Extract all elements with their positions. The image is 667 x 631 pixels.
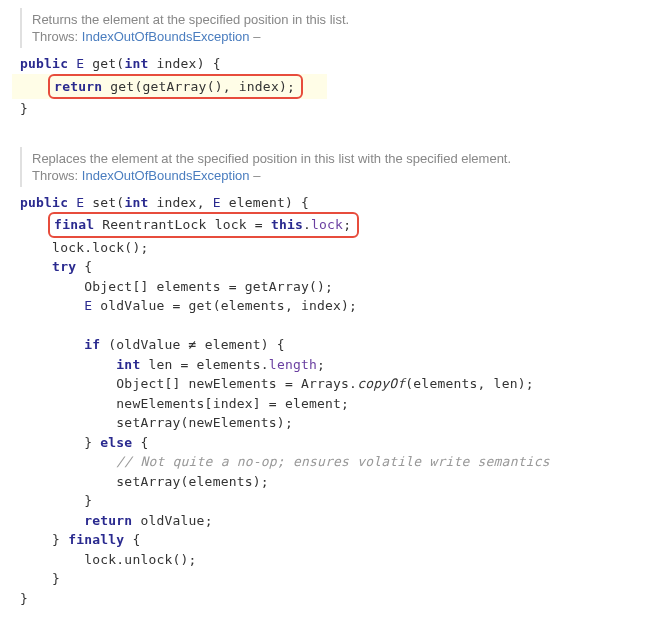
javadoc-desc: Returns the element at the specified pos… bbox=[32, 12, 647, 27]
field-length: length bbox=[269, 357, 317, 372]
throws-label: Throws: bbox=[32, 168, 78, 183]
line5-rest: oldValue = get(elements, index); bbox=[92, 298, 357, 313]
var-lock: lock bbox=[215, 217, 247, 232]
type-object-arr: Object[] bbox=[116, 376, 180, 391]
kw-final: final bbox=[54, 217, 94, 232]
ret-type: E bbox=[76, 195, 84, 210]
ret-type: E bbox=[76, 56, 84, 71]
brace: { bbox=[132, 435, 148, 450]
param-type: int bbox=[124, 56, 148, 71]
code-set-method: public E set(int index, E element) { fin… bbox=[20, 193, 647, 609]
brace-close: } bbox=[20, 101, 28, 116]
close: ); bbox=[279, 79, 295, 94]
param2-type: E bbox=[213, 195, 221, 210]
comment-noop: // Not quite a no-op; ensures volatile w… bbox=[116, 454, 549, 469]
kw-public: public bbox=[20, 195, 68, 210]
param1-type: int bbox=[124, 195, 148, 210]
setarray-new: setArray(newElements); bbox=[116, 415, 293, 430]
javadoc-throws: Throws: IndexOutOfBoundsException – bbox=[32, 168, 647, 183]
param1-name: index bbox=[157, 195, 197, 210]
return-oldvalue: oldValue; bbox=[132, 513, 212, 528]
brace-close: } bbox=[84, 493, 92, 508]
param-name: index bbox=[157, 56, 197, 71]
copyof-args: (elements, len); bbox=[405, 376, 533, 391]
method-name: set bbox=[92, 195, 116, 210]
semi: ; bbox=[343, 217, 351, 232]
paren-close: ) bbox=[285, 195, 293, 210]
brace-open: { bbox=[301, 195, 309, 210]
javadoc-set: Replaces the element at the specified po… bbox=[20, 147, 647, 187]
code-get-method: public E get(int index) { return get(get… bbox=[20, 54, 647, 119]
kw-else: else bbox=[100, 435, 132, 450]
line4-rest: elements = getArray(); bbox=[148, 279, 333, 294]
type-reentrantlock: ReentrantLock bbox=[102, 217, 206, 232]
kw-return: return bbox=[84, 513, 132, 528]
if-cond: (oldValue ≠ element) { bbox=[100, 337, 285, 352]
highlight-box: return get(getArray(), index); bbox=[48, 74, 303, 100]
throws-dash: – bbox=[253, 168, 260, 183]
javadoc-get: Returns the element at the specified pos… bbox=[20, 8, 647, 48]
highlight-box: final ReentrantLock lock = this.lock; bbox=[48, 212, 359, 238]
brace: { bbox=[76, 259, 92, 274]
len-assign: len = elements. bbox=[140, 357, 268, 372]
kw-this: this bbox=[271, 217, 303, 232]
kw-if: if bbox=[84, 337, 100, 352]
setarray-elements: setArray(elements); bbox=[116, 474, 269, 489]
call-getarray: getArray bbox=[142, 79, 206, 94]
throws-link[interactable]: IndexOutOfBoundsException bbox=[82, 29, 250, 44]
lock-lock: lock.lock(); bbox=[52, 240, 148, 255]
newel-assign: newElements = Arrays. bbox=[181, 376, 358, 391]
brace-close: } bbox=[52, 571, 60, 586]
kw-try: try bbox=[52, 259, 76, 274]
param2-name: element bbox=[229, 195, 285, 210]
kw-return: return bbox=[54, 79, 102, 94]
paren-empty: () bbox=[207, 79, 223, 94]
brace-open: { bbox=[213, 56, 221, 71]
method-name: get bbox=[92, 56, 116, 71]
semi: ; bbox=[317, 357, 325, 372]
brace-close: } bbox=[20, 591, 28, 606]
brace: { bbox=[124, 532, 140, 547]
throws-link[interactable]: IndexOutOfBoundsException bbox=[82, 168, 250, 183]
comma: , bbox=[197, 195, 213, 210]
call-get: get bbox=[110, 79, 134, 94]
throws-label: Throws: bbox=[32, 29, 78, 44]
paren-close: ) bbox=[197, 56, 205, 71]
comma: , bbox=[223, 79, 239, 94]
brace-close: } bbox=[84, 435, 100, 450]
kw-int: int bbox=[116, 357, 140, 372]
throws-dash: – bbox=[253, 29, 260, 44]
arg-index: index bbox=[239, 79, 279, 94]
dot: . bbox=[303, 217, 311, 232]
type-object-arr: Object[] bbox=[84, 279, 148, 294]
brace-close: } bbox=[52, 532, 68, 547]
highlighted-line: return get(getArray(), index); bbox=[12, 74, 327, 100]
field-lock: lock bbox=[311, 217, 343, 232]
kw-finally: finally bbox=[68, 532, 124, 547]
assign-element: newElements[index] = element; bbox=[116, 396, 349, 411]
javadoc-desc: Replaces the element at the specified po… bbox=[32, 151, 647, 166]
eq: = bbox=[247, 217, 271, 232]
lock-unlock: lock.unlock(); bbox=[84, 552, 196, 567]
javadoc-throws: Throws: IndexOutOfBoundsException – bbox=[32, 29, 647, 44]
kw-public: public bbox=[20, 56, 68, 71]
copyof: copyOf bbox=[357, 376, 405, 391]
